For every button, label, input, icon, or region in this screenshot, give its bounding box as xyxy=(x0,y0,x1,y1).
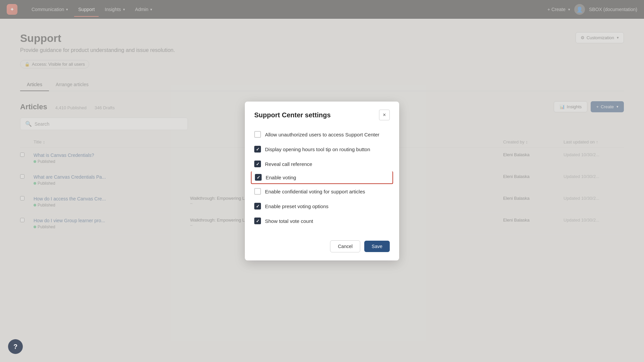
preset-voting-checkbox[interactable] xyxy=(254,203,261,209)
modal-title: Support Center settings xyxy=(254,111,331,119)
settings-modal: Support Center settings × Allow unauthor… xyxy=(245,102,399,260)
vote-count-checkbox[interactable] xyxy=(254,218,261,224)
modal-footer: Cancel Save xyxy=(245,235,399,260)
modal-body: Allow unauthorized users to access Suppo… xyxy=(245,127,399,235)
cancel-button[interactable]: Cancel xyxy=(330,240,360,252)
checkbox-preset-voting: Enable preset voting options xyxy=(254,199,390,214)
modal-close-button[interactable]: × xyxy=(379,110,390,120)
checkbox-enable-voting-row: Enable voting xyxy=(251,171,393,184)
reveal-call-checkbox[interactable] xyxy=(254,161,261,167)
checkbox-confidential-voting: Enable confidential voting for support a… xyxy=(254,184,390,199)
allow-unauthorized-checkbox[interactable] xyxy=(254,131,261,138)
modal-header: Support Center settings × xyxy=(245,102,399,127)
question-icon: ? xyxy=(13,343,17,351)
help-button[interactable]: ? xyxy=(8,339,23,354)
save-button[interactable]: Save xyxy=(364,241,390,252)
display-hours-checkbox[interactable] xyxy=(254,146,261,153)
checkbox-display-hours: Display opening hours tool tip on routin… xyxy=(254,142,390,157)
checkbox-allow-unauthorized: Allow unauthorized users to access Suppo… xyxy=(254,127,390,142)
checkbox-vote-count: Show total vote count xyxy=(254,214,390,228)
checkbox-reveal-call: Reveal call reference xyxy=(254,157,390,171)
confidential-voting-checkbox[interactable] xyxy=(254,188,261,195)
enable-voting-checkbox[interactable] xyxy=(255,174,262,181)
